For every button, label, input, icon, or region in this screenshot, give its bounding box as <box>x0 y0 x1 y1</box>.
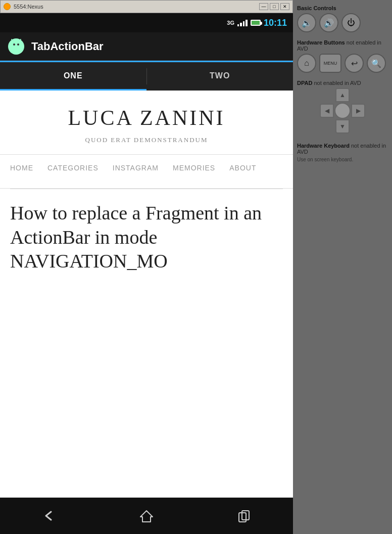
nav-menu: HOME CATEGORIES INSTAGRAM MEMORIES ABOUT <box>0 155 293 189</box>
tab-one[interactable]: ONE <box>0 62 146 91</box>
network-label: 3G <box>227 20 234 26</box>
nav-item-home[interactable]: HOME <box>10 164 33 172</box>
dpad-container: ▲ ▼ ◀ ▶ <box>297 88 388 134</box>
hw-menu-button[interactable]: MENU <box>319 54 341 73</box>
tab-two[interactable]: TWO <box>147 62 293 91</box>
signal-icon <box>237 19 248 26</box>
article-title[interactable]: How to replace a Fragment in an ActionBa… <box>10 201 283 274</box>
hw-search-button[interactable]: 🔍 <box>367 54 386 73</box>
right-panel: Basic Controls 🔈 🔊 ⏻ Hardware Buttons no… <box>293 0 392 534</box>
dpad-label: DPAD not enabled in AVD <box>297 80 388 86</box>
svg-point-3 <box>13 43 15 46</box>
title-bar: 5554:Nexus — □ ✕ <box>0 0 293 13</box>
blog-subtitle: QUOD ERAT DEMONSTRANDUM <box>10 136 283 144</box>
status-bar: 3G 10:11 <box>0 13 293 32</box>
title-bar-label: 5554:Nexus <box>14 4 43 10</box>
web-content: LUCA ZANINI QUOD ERAT DEMONSTRANDUM HOME… <box>0 91 293 498</box>
basic-controls-section: Basic Controls 🔈 🔊 ⏻ <box>297 5 388 32</box>
nav-item-about[interactable]: ABOUT <box>229 164 256 172</box>
hw-home-button[interactable]: ⌂ <box>297 54 316 73</box>
recents-button[interactable] <box>229 506 259 526</box>
close-button[interactable]: ✕ <box>280 3 289 10</box>
dpad-down-button[interactable]: ▼ <box>335 119 350 134</box>
dpad-right-button[interactable]: ▶ <box>351 104 365 118</box>
svg-marker-9 <box>140 511 153 522</box>
dpad-center-button[interactable] <box>334 103 351 119</box>
basic-controls-label: Basic Controls <box>297 5 388 11</box>
back-button[interactable] <box>34 506 64 526</box>
article-content: How to replace a Fragment in an ActionBa… <box>0 189 293 274</box>
phone-frame: 3G 10:11 TabActionBar ONE <box>0 13 293 534</box>
action-bar-title: TabActionBar <box>31 40 104 53</box>
basic-controls-buttons: 🔈 🔊 ⏻ <box>297 13 388 32</box>
recents-icon <box>236 508 252 524</box>
blog-header: LUCA ZANINI QUOD ERAT DEMONSTRANDUM <box>0 91 293 155</box>
nav-item-instagram[interactable]: INSTAGRAM <box>113 164 159 172</box>
title-icon <box>4 3 11 10</box>
minimize-button[interactable]: — <box>259 3 268 10</box>
home-icon <box>138 508 155 524</box>
action-bar: TabActionBar <box>0 32 293 61</box>
status-time: 10:11 <box>264 18 287 28</box>
power-button[interactable]: ⏻ <box>341 13 361 32</box>
maximize-button[interactable]: □ <box>270 3 279 10</box>
android-icon <box>7 37 25 56</box>
blog-title: LUCA ZANINI <box>10 106 283 130</box>
dpad-left-button[interactable]: ◀ <box>320 104 334 118</box>
keyboard-use-note: Use on screen keyboard. <box>297 157 388 162</box>
volume-up-button[interactable]: 🔊 <box>319 13 338 32</box>
hw-back-button[interactable]: ↩ <box>345 54 364 73</box>
svg-rect-7 <box>11 48 13 52</box>
dpad: ▲ ▼ ◀ ▶ <box>320 88 365 134</box>
hardware-buttons-label: Hardware Buttons not enabled in AVD <box>297 39 388 52</box>
svg-rect-8 <box>19 48 21 52</box>
nav-item-categories[interactable]: CATEGORIES <box>47 164 99 172</box>
dpad-up-button[interactable]: ▲ <box>335 88 350 102</box>
hardware-buttons-section: Hardware Buttons not enabled in AVD ⌂ ME… <box>297 39 388 73</box>
battery-icon <box>251 20 261 26</box>
title-bar-content: 5554:Nexus <box>4 3 43 10</box>
hardware-keyboard-label: Hardware Keyboard not enabled in AVD <box>297 143 388 155</box>
hardware-keyboard-section: Hardware Keyboard not enabled in AVD Use… <box>297 143 388 162</box>
bottom-nav-bar <box>0 498 293 534</box>
hardware-buttons-row: ⌂ MENU ↩ 🔍 <box>297 54 388 73</box>
dpad-section: DPAD not enabled in AVD ▲ ▼ ◀ ▶ <box>297 80 388 136</box>
volume-down-button[interactable]: 🔈 <box>297 13 316 32</box>
nav-item-memories[interactable]: MEMORIES <box>173 164 215 172</box>
back-icon <box>41 508 57 524</box>
tab-bar: ONE TWO <box>0 62 293 91</box>
title-bar-buttons: — □ ✕ <box>259 3 289 10</box>
dpad-note: not enabled in AVD <box>314 80 361 86</box>
home-button[interactable] <box>131 506 162 526</box>
svg-point-4 <box>17 43 19 46</box>
